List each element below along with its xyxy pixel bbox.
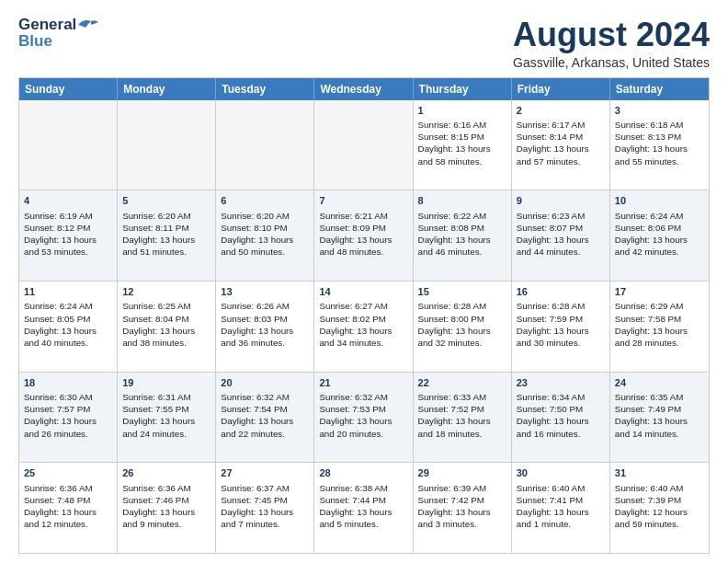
month-title: August 2024 [513, 17, 710, 53]
cell-text-1-4: Sunrise: 6:22 AM Sunset: 8:08 PM Dayligh… [418, 210, 506, 259]
cal-row-2: 11Sunrise: 6:24 AM Sunset: 8:05 PM Dayli… [19, 281, 709, 372]
cell-text-4-3: Sunrise: 6:38 AM Sunset: 7:44 PM Dayligh… [319, 482, 407, 531]
cal-cell-3-1: 19Sunrise: 6:31 AM Sunset: 7:55 PM Dayli… [118, 373, 216, 463]
day-num-3-0: 18 [24, 376, 112, 390]
cell-text-3-6: Sunrise: 6:35 AM Sunset: 7:49 PM Dayligh… [615, 391, 704, 440]
day-num-3-2: 20 [221, 376, 309, 390]
cal-row-0: 1Sunrise: 6:16 AM Sunset: 8:15 PM Daylig… [19, 100, 709, 190]
day-num-1-5: 9 [517, 194, 605, 208]
cal-cell-1-3: 7Sunrise: 6:21 AM Sunset: 8:09 PM Daylig… [314, 190, 413, 281]
cell-text-0-4: Sunrise: 6:16 AM Sunset: 8:15 PM Dayligh… [418, 119, 506, 167]
cal-cell-3-2: 20Sunrise: 6:32 AM Sunset: 7:54 PM Dayli… [216, 373, 314, 463]
day-num-3-5: 23 [517, 376, 605, 390]
cell-text-4-0: Sunrise: 6:36 AM Sunset: 7:48 PM Dayligh… [24, 482, 112, 531]
header: General Blue August 2024 Gassville, Arka… [18, 17, 710, 70]
cal-cell-1-6: 10Sunrise: 6:24 AM Sunset: 8:06 PM Dayli… [610, 190, 709, 281]
cal-cell-3-6: 24Sunrise: 6:35 AM Sunset: 7:49 PM Dayli… [610, 373, 709, 463]
day-num-0-5: 2 [517, 104, 605, 118]
cal-cell-4-0: 25Sunrise: 6:36 AM Sunset: 7:48 PM Dayli… [19, 463, 118, 553]
day-num-2-2: 13 [221, 285, 309, 299]
day-num-2-1: 12 [122, 285, 210, 299]
day-num-1-2: 6 [221, 194, 309, 208]
cell-text-2-4: Sunrise: 6:28 AM Sunset: 8:00 PM Dayligh… [418, 300, 506, 349]
day-num-1-0: 4 [24, 194, 112, 208]
cal-cell-1-5: 9Sunrise: 6:23 AM Sunset: 8:07 PM Daylig… [512, 190, 610, 281]
cal-cell-3-4: 22Sunrise: 6:33 AM Sunset: 7:52 PM Dayli… [414, 373, 512, 463]
cell-text-3-5: Sunrise: 6:34 AM Sunset: 7:50 PM Dayligh… [517, 391, 605, 440]
logo-general: General [18, 17, 76, 33]
day-num-2-6: 17 [615, 285, 704, 299]
cell-text-1-3: Sunrise: 6:21 AM Sunset: 8:09 PM Dayligh… [319, 210, 407, 259]
logo-bird-icon [78, 18, 98, 31]
header-tuesday: Tuesday [216, 78, 314, 100]
cell-text-2-2: Sunrise: 6:26 AM Sunset: 8:03 PM Dayligh… [221, 300, 309, 349]
cell-text-4-6: Sunrise: 6:40 AM Sunset: 7:39 PM Dayligh… [615, 482, 704, 531]
cal-cell-0-6: 3Sunrise: 6:18 AM Sunset: 8:13 PM Daylig… [610, 100, 709, 190]
cell-text-0-5: Sunrise: 6:17 AM Sunset: 8:14 PM Dayligh… [517, 119, 605, 167]
cell-text-4-5: Sunrise: 6:40 AM Sunset: 7:41 PM Dayligh… [517, 482, 605, 531]
header-saturday: Saturday [610, 78, 709, 100]
calendar-body: 1Sunrise: 6:16 AM Sunset: 8:15 PM Daylig… [19, 100, 709, 553]
cell-text-1-6: Sunrise: 6:24 AM Sunset: 8:06 PM Dayligh… [615, 210, 704, 259]
day-num-0-4: 1 [418, 104, 506, 118]
cell-text-0-6: Sunrise: 6:18 AM Sunset: 8:13 PM Dayligh… [615, 119, 704, 167]
day-num-1-4: 8 [418, 194, 506, 208]
cal-cell-1-0: 4Sunrise: 6:19 AM Sunset: 8:12 PM Daylig… [19, 190, 118, 281]
day-num-2-5: 16 [517, 285, 605, 299]
cal-cell-0-3 [314, 100, 413, 190]
day-num-4-3: 28 [319, 466, 407, 480]
cal-cell-0-5: 2Sunrise: 6:17 AM Sunset: 8:14 PM Daylig… [512, 100, 610, 190]
cell-text-1-1: Sunrise: 6:20 AM Sunset: 8:11 PM Dayligh… [122, 210, 210, 259]
header-thursday: Thursday [414, 78, 512, 100]
cell-text-4-2: Sunrise: 6:37 AM Sunset: 7:45 PM Dayligh… [221, 482, 309, 531]
header-wednesday: Wednesday [314, 78, 413, 100]
cell-text-3-2: Sunrise: 6:32 AM Sunset: 7:54 PM Dayligh… [221, 391, 309, 440]
cal-cell-0-4: 1Sunrise: 6:16 AM Sunset: 8:15 PM Daylig… [414, 100, 512, 190]
calendar: Sunday Monday Tuesday Wednesday Thursday… [18, 77, 710, 554]
cal-cell-3-5: 23Sunrise: 6:34 AM Sunset: 7:50 PM Dayli… [512, 373, 610, 463]
day-num-2-4: 15 [418, 285, 506, 299]
day-num-0-6: 3 [615, 104, 704, 118]
location: Gassville, Arkansas, United States [513, 55, 710, 70]
day-num-4-2: 27 [221, 466, 309, 480]
cal-cell-2-0: 11Sunrise: 6:24 AM Sunset: 8:05 PM Dayli… [19, 282, 118, 372]
page: General Blue August 2024 Gassville, Arka… [0, 0, 728, 563]
cal-cell-4-5: 30Sunrise: 6:40 AM Sunset: 7:41 PM Dayli… [512, 463, 610, 553]
cell-text-2-1: Sunrise: 6:25 AM Sunset: 8:04 PM Dayligh… [122, 300, 210, 349]
cell-text-3-1: Sunrise: 6:31 AM Sunset: 7:55 PM Dayligh… [122, 391, 210, 440]
cal-cell-4-4: 29Sunrise: 6:39 AM Sunset: 7:42 PM Dayli… [414, 463, 512, 553]
cal-cell-4-2: 27Sunrise: 6:37 AM Sunset: 7:45 PM Dayli… [216, 463, 314, 553]
day-num-1-1: 5 [122, 194, 210, 208]
cal-cell-2-1: 12Sunrise: 6:25 AM Sunset: 8:04 PM Dayli… [118, 282, 216, 372]
day-num-3-4: 22 [418, 376, 506, 390]
day-num-4-4: 29 [418, 466, 506, 480]
cell-text-4-1: Sunrise: 6:36 AM Sunset: 7:46 PM Dayligh… [122, 482, 210, 531]
cal-row-3: 18Sunrise: 6:30 AM Sunset: 7:57 PM Dayli… [19, 372, 709, 463]
day-num-4-6: 31 [615, 466, 704, 480]
cal-cell-1-4: 8Sunrise: 6:22 AM Sunset: 8:08 PM Daylig… [414, 190, 512, 281]
header-friday: Friday [512, 78, 610, 100]
cal-cell-0-0 [19, 100, 118, 190]
cell-text-3-4: Sunrise: 6:33 AM Sunset: 7:52 PM Dayligh… [418, 391, 506, 440]
cal-row-1: 4Sunrise: 6:19 AM Sunset: 8:12 PM Daylig… [19, 190, 709, 281]
cell-text-1-2: Sunrise: 6:20 AM Sunset: 8:10 PM Dayligh… [221, 210, 309, 259]
calendar-header: Sunday Monday Tuesday Wednesday Thursday… [19, 78, 709, 100]
day-num-3-6: 24 [615, 376, 704, 390]
cal-row-4: 25Sunrise: 6:36 AM Sunset: 7:48 PM Dayli… [19, 462, 709, 553]
day-num-3-3: 21 [319, 376, 407, 390]
header-sunday: Sunday [19, 78, 118, 100]
cal-cell-2-3: 14Sunrise: 6:27 AM Sunset: 8:02 PM Dayli… [314, 282, 413, 372]
cal-cell-2-2: 13Sunrise: 6:26 AM Sunset: 8:03 PM Dayli… [216, 282, 314, 372]
cal-cell-3-3: 21Sunrise: 6:32 AM Sunset: 7:53 PM Dayli… [314, 373, 413, 463]
cal-cell-4-3: 28Sunrise: 6:38 AM Sunset: 7:44 PM Dayli… [314, 463, 413, 553]
cal-cell-2-4: 15Sunrise: 6:28 AM Sunset: 8:00 PM Dayli… [414, 282, 512, 372]
cell-text-3-3: Sunrise: 6:32 AM Sunset: 7:53 PM Dayligh… [319, 391, 407, 440]
cal-cell-2-5: 16Sunrise: 6:28 AM Sunset: 7:59 PM Dayli… [512, 282, 610, 372]
cal-cell-0-2 [216, 100, 314, 190]
cell-text-4-4: Sunrise: 6:39 AM Sunset: 7:42 PM Dayligh… [418, 482, 506, 531]
cal-cell-1-1: 5Sunrise: 6:20 AM Sunset: 8:11 PM Daylig… [118, 190, 216, 281]
cell-text-2-0: Sunrise: 6:24 AM Sunset: 8:05 PM Dayligh… [24, 300, 112, 349]
cell-text-2-6: Sunrise: 6:29 AM Sunset: 7:58 PM Dayligh… [615, 300, 704, 349]
cal-cell-4-1: 26Sunrise: 6:36 AM Sunset: 7:46 PM Dayli… [118, 463, 216, 553]
cell-text-1-0: Sunrise: 6:19 AM Sunset: 8:12 PM Dayligh… [24, 210, 112, 259]
